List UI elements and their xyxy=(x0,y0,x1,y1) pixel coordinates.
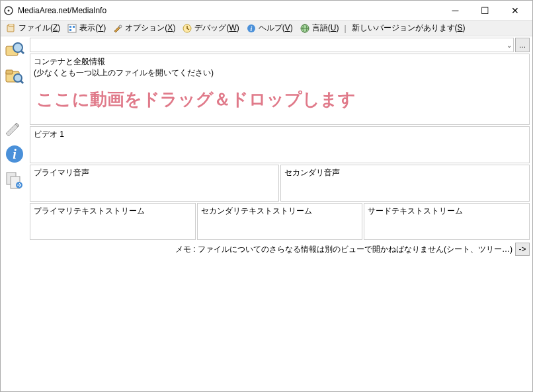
note-row: メモ : ファイルについてのさらなる情報は別のビューで開かねばなりません(シート… xyxy=(30,243,530,256)
content-area: i ⌄ … コンテナと全般情報 (少なくとも一つ以上のファイルを開いてください)… xyxy=(1,36,532,391)
options-icon xyxy=(112,23,123,34)
note-text: メモ : ファイルについてのさらなる情報は別のビューで開かねばなりません(シート… xyxy=(175,244,512,255)
menu-help[interactable]: i ヘルプ(V) xyxy=(243,21,296,35)
svg-line-17 xyxy=(21,51,24,54)
panel-video-title: ビデオ 1 xyxy=(34,129,526,140)
minimize-button[interactable]: ─ xyxy=(440,1,470,20)
panels: コンテナと全般情報 (少なくとも一つ以上のファイルを開いてください) ここに動画… xyxy=(30,54,530,240)
svg-rect-7 xyxy=(69,29,71,31)
sidebar-open-file[interactable] xyxy=(4,39,25,60)
menu-options[interactable]: オプション(X) xyxy=(110,21,178,35)
chevron-down-icon: ⌄ xyxy=(507,42,512,49)
window-buttons: ─ ☐ ✕ xyxy=(440,1,530,20)
close-button[interactable]: ✕ xyxy=(500,1,530,20)
sidebar-open-folder[interactable] xyxy=(4,65,25,87)
panel-text-third-title: サードテキストストリーム xyxy=(368,206,526,217)
panel-audio-secondary-title: セカンダリ音声 xyxy=(284,167,526,178)
menu-debug[interactable]: デバッグ(W) xyxy=(179,21,241,35)
panel-container-sub: (少なくとも一つ以上のファイルを開いてください) xyxy=(34,67,526,79)
path-row: ⌄ … xyxy=(30,38,530,52)
sidebar-about[interactable]: i xyxy=(4,143,25,165)
menu-bar: ファイル(Z) 表示(Y) オプション(X) デバッグ(W) i ヘルプ(V) … xyxy=(1,20,532,36)
panel-video[interactable]: ビデオ 1 xyxy=(30,126,530,163)
sidebar-export[interactable] xyxy=(4,170,25,191)
globe-icon xyxy=(300,23,310,34)
svg-text:i: i xyxy=(250,25,252,32)
svg-point-1 xyxy=(8,9,10,11)
svg-rect-6 xyxy=(73,26,75,28)
panel-text-primary[interactable]: プライマリテキストストリーム xyxy=(30,203,196,240)
svg-rect-19 xyxy=(6,70,13,74)
window-title: MediaArea.net/MediaInfo xyxy=(18,6,440,15)
panel-text-third[interactable]: サードテキストストリーム xyxy=(364,203,530,240)
svg-point-8 xyxy=(119,25,122,28)
menu-language[interactable]: 言語(U) xyxy=(297,21,342,35)
browse-button[interactable]: … xyxy=(515,38,530,52)
panel-audio-primary[interactable]: プライマリ音声 xyxy=(30,165,279,202)
panel-audio-secondary[interactable]: セカンダリ音声 xyxy=(280,165,530,202)
svg-rect-4 xyxy=(68,24,76,32)
help-icon: i xyxy=(246,23,257,34)
note-go-button[interactable]: -> xyxy=(515,243,530,256)
sidebar-options[interactable] xyxy=(4,117,25,138)
menu-update[interactable]: 新しいバージョンがあります(S) xyxy=(349,21,468,35)
debug-icon xyxy=(182,23,192,34)
svg-line-21 xyxy=(20,81,23,83)
menu-separator: | xyxy=(343,24,347,33)
main-panel: ⌄ … コンテナと全般情報 (少なくとも一つ以上のファイルを開いてください) こ… xyxy=(28,36,532,391)
svg-rect-5 xyxy=(69,26,71,28)
panel-text-primary-title: プライマリテキストストリーム xyxy=(34,206,192,217)
panel-container[interactable]: コンテナと全般情報 (少なくとも一つ以上のファイルを開いてください) ここに動画… xyxy=(30,54,530,125)
sidebar: i xyxy=(1,36,28,391)
menu-view[interactable]: 表示(Y) xyxy=(64,21,108,35)
app-icon xyxy=(3,5,14,16)
svg-text:i: i xyxy=(13,147,17,161)
menu-file[interactable]: ファイル(Z) xyxy=(3,21,63,35)
title-bar: MediaArea.net/MediaInfo ─ ☐ ✕ xyxy=(1,1,532,20)
path-combo[interactable]: ⌄ xyxy=(30,38,514,52)
svg-point-16 xyxy=(13,43,22,52)
panel-text-secondary-title: セカンダリテキストストリーム xyxy=(201,206,359,217)
panel-text-secondary[interactable]: セカンダリテキストストリーム xyxy=(197,203,363,240)
maximize-button[interactable]: ☐ xyxy=(470,1,500,20)
view-icon xyxy=(67,23,77,34)
drop-hint: ここに動画をドラッグ＆ドロップします xyxy=(34,79,526,123)
panel-container-title: コンテナと全般情報 xyxy=(34,56,526,67)
file-icon xyxy=(6,23,17,34)
panel-audio-primary-title: プライマリ音声 xyxy=(34,167,275,178)
svg-rect-3 xyxy=(9,24,14,26)
